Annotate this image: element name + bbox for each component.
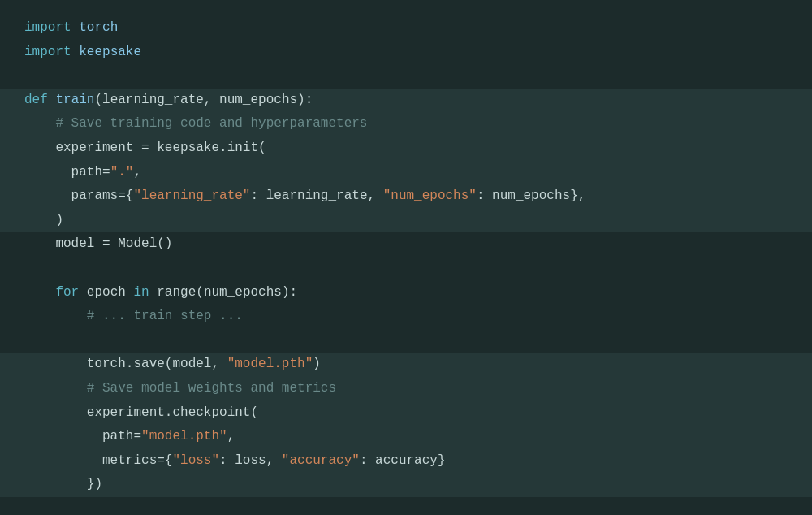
code-line-20: }) — [0, 473, 812, 497]
code-line-9: ) — [0, 209, 812, 233]
code-line-5: # Save training code and hyperparameters — [0, 112, 812, 136]
code-line-2: import keepsake — [0, 41, 812, 65]
code-line-18: path="model.pth", — [0, 425, 812, 449]
code-line-4: def train(learning_rate, num_epochs): — [0, 89, 812, 113]
code-line-14 — [0, 329, 812, 353]
code-line-1: import torch — [0, 16, 812, 41]
code-editor: import torch import keepsake def train(l… — [0, 0, 812, 515]
code-line-12: for epoch in range(num_epochs): — [0, 281, 812, 305]
code-line-16: # Save model weights and metrics — [0, 377, 812, 401]
code-line-6: experiment = keepsake.init( — [0, 136, 812, 161]
code-line-19: metrics={"loss": loss, "accuracy": accur… — [0, 449, 812, 474]
code-line-3 — [0, 64, 812, 89]
code-line-7: path=".", — [0, 161, 812, 185]
code-line-11 — [0, 257, 812, 281]
code-line-17: experiment.checkpoint( — [0, 401, 812, 426]
code-line-8: params={"learning_rate": learning_rate, … — [0, 184, 812, 209]
code-line-15: torch.save(model, "model.pth") — [0, 353, 812, 377]
code-line-10: model = Model() — [0, 232, 812, 257]
code-line-13: # ... train step ... — [0, 305, 812, 329]
